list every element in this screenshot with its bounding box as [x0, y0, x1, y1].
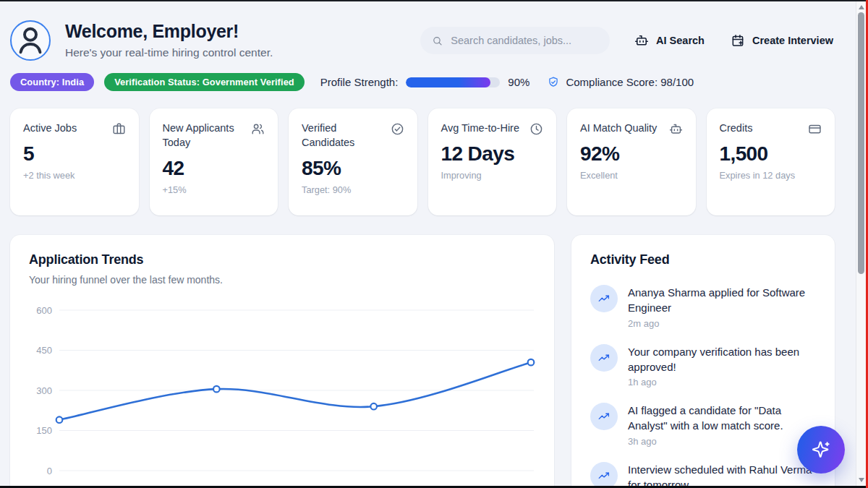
- activity-feed-item: Your company verification has been appro…: [590, 344, 816, 388]
- header-actions: AI Search Create Interview: [420, 27, 835, 54]
- activity-feed-item-time: 1h ago: [628, 377, 816, 388]
- activity-feed-panel: Activity Feed Ananya Sharma applied for …: [571, 235, 835, 488]
- trend-line-chart: 0150300450600: [29, 301, 535, 487]
- scroll-up-arrow[interactable]: [859, 5, 864, 9]
- header-left: Welcome, Employer! Here's your real-time…: [10, 20, 273, 61]
- header: Welcome, Employer! Here's your real-time…: [10, 20, 835, 61]
- users-icon: [251, 122, 265, 136]
- stat-card-title: Active Jobs: [23, 121, 77, 136]
- stat-card-header: Active Jobs: [23, 121, 126, 136]
- create-interview-button[interactable]: Create Interview: [729, 29, 835, 52]
- activity-feed-item-text: Ananya Sharma applied for Software Engin…: [628, 285, 816, 316]
- sparkles-icon: [812, 440, 831, 460]
- stat-card: New Applicants Today42+15%: [150, 108, 278, 215]
- chart-subtitle: Your hiring funnel over the last few mon…: [29, 274, 535, 286]
- page-title: Welcome, Employer!: [65, 22, 273, 42]
- chart-svg: 0150300450600: [29, 301, 535, 484]
- stat-card-title: Credits: [720, 121, 753, 136]
- stat-card: Active Jobs5+2 this week: [10, 108, 139, 215]
- vertical-scrollbar[interactable]: [856, 1, 866, 486]
- bot-icon: [669, 122, 683, 136]
- briefcase-icon: [112, 122, 126, 136]
- stat-card-value: 92%: [580, 142, 683, 166]
- activity-feed-item-text: AI flagged a candidate for "Data Analyst…: [628, 403, 816, 434]
- create-interview-label: Create Interview: [752, 35, 833, 46]
- activity-feed-item-body: Your company verification has been appro…: [628, 344, 816, 388]
- search-input[interactable]: [449, 34, 598, 47]
- dashboard-page: Welcome, Employer! Here's your real-time…: [0, 0, 868, 488]
- svg-text:150: 150: [36, 425, 52, 436]
- search-icon: [432, 35, 443, 47]
- stat-card-subtext: Excellent: [580, 170, 683, 181]
- check-circle-icon: [391, 122, 404, 136]
- stat-card-value: 5: [23, 142, 126, 166]
- scroll-down-arrow[interactable]: [859, 478, 864, 482]
- main-row: Application Trends Your hiring funnel ov…: [10, 235, 835, 488]
- activity-feed-item-body: Ananya Sharma applied for Software Engin…: [628, 285, 816, 329]
- credit-card-icon: [808, 122, 822, 136]
- stat-card-value: 1,500: [720, 142, 822, 166]
- stat-card-header: Credits: [720, 121, 822, 136]
- scrollbar-thumb[interactable]: [858, 12, 864, 274]
- stat-card-value: 85%: [302, 157, 404, 180]
- chart-data-point: [370, 403, 377, 410]
- trending-up-icon: [590, 462, 618, 488]
- svg-text:300: 300: [36, 385, 52, 396]
- activity-feed-item: Ananya Sharma applied for Software Engin…: [590, 285, 816, 329]
- stat-card-header: New Applicants Today: [163, 121, 265, 150]
- stat-card-title: Verified Candidates: [302, 121, 385, 150]
- stat-card-subtext: Target: 90%: [302, 184, 404, 195]
- activity-feed-item-text: Your company verification has been appro…: [628, 344, 816, 375]
- bot-icon: [634, 33, 649, 48]
- ai-search-button[interactable]: AI Search: [633, 29, 706, 52]
- ai-assistant-fab[interactable]: [797, 426, 845, 474]
- search-bar[interactable]: [420, 27, 610, 54]
- page-subtitle: Here's your real-time hiring control cen…: [65, 46, 273, 59]
- user-icon: [12, 22, 49, 59]
- country-badge: Country: India: [10, 73, 94, 91]
- activity-feed-item-time: 3h ago: [628, 436, 816, 447]
- screenshot-top-border: [0, 0, 868, 1]
- stat-card-header: Verified Candidates: [302, 121, 404, 150]
- activity-feed-item-body: AI flagged a candidate for "Data Analyst…: [628, 403, 816, 447]
- verification-badge: Verification Status: Government Verified: [104, 73, 305, 91]
- activity-feed-list: Ananya Sharma applied for Software Engin…: [590, 285, 816, 488]
- activity-feed-title: Activity Feed: [590, 252, 816, 267]
- stat-card-header: Avg Time-to-Hire: [441, 121, 544, 136]
- svg-text:450: 450: [36, 345, 52, 356]
- svg-text:0: 0: [47, 466, 52, 476]
- trending-up-icon: [590, 403, 618, 430]
- stat-card: Verified Candidates85%Target: 90%: [289, 108, 417, 215]
- stat-card-subtext: Expires in 12 days: [720, 170, 822, 181]
- activity-feed-item-time: 2m ago: [628, 318, 816, 329]
- profile-strength-fill: [406, 77, 490, 87]
- stat-card: Credits1,500Expires in 12 days: [707, 108, 835, 215]
- svg-text:600: 600: [36, 305, 52, 316]
- application-trends-panel: Application Trends Your hiring funnel ov…: [10, 235, 554, 488]
- profile-strength-percent: 90%: [508, 76, 529, 88]
- stat-card-title: New Applicants Today: [163, 121, 246, 150]
- activity-feed-item: AI flagged a candidate for "Data Analyst…: [590, 403, 816, 447]
- stat-cards: Active Jobs5+2 this weekNew Applicants T…: [10, 108, 835, 215]
- avatar[interactable]: [10, 20, 51, 61]
- chart-title: Application Trends: [29, 252, 535, 267]
- ai-search-label: AI Search: [656, 35, 705, 46]
- stat-card-value: 12 Days: [441, 142, 544, 166]
- stat-card-subtext: +2 this week: [23, 170, 126, 181]
- stat-card-value: 42: [163, 157, 265, 180]
- profile-strength-bar: [406, 77, 500, 87]
- chart-data-point: [528, 359, 535, 366]
- activity-feed-item-text: Interview scheduled with Rahul Verma for…: [628, 462, 816, 488]
- stat-card-header: AI Match Quality: [580, 121, 683, 136]
- trending-up-icon: [590, 344, 618, 372]
- status-row: Country: India Verification Status: Gove…: [10, 73, 835, 91]
- compliance-score: Compliance Score: 98/100: [547, 76, 694, 89]
- stat-card: Avg Time-to-Hire12 DaysImproving: [428, 108, 557, 215]
- shield-check-icon: [547, 76, 560, 89]
- activity-feed-item-body: Interview scheduled with Rahul Verma for…: [628, 462, 816, 488]
- stat-card-title: Avg Time-to-Hire: [441, 121, 520, 136]
- clock-icon: [529, 122, 543, 136]
- stat-card-subtext: Improving: [441, 170, 544, 181]
- activity-feed-item: Interview scheduled with Rahul Verma for…: [590, 462, 816, 488]
- chart-data-point: [213, 386, 220, 393]
